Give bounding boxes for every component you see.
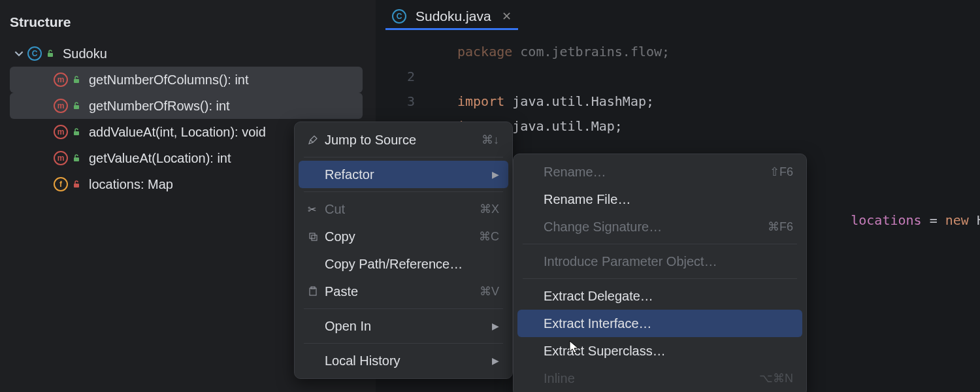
tree-root-class[interactable]: C Sudoku — [0, 41, 376, 67]
menu-separator — [304, 343, 503, 344]
code-line[interactable]: import java.util.HashMap; — [457, 89, 670, 114]
svg-rect-1 — [74, 79, 79, 83]
svg-rect-6 — [310, 233, 315, 238]
menu-item-change-signature: Change Signature…⌘F6 — [517, 213, 802, 240]
chevron-down-icon[interactable] — [14, 49, 27, 58]
menu-item-inline: Inline⌥⌘N — [517, 365, 802, 392]
menu-item-label: Refactor — [325, 167, 492, 182]
menu-item-label: Paste — [325, 284, 480, 299]
editor-tab[interactable]: C Sudoku.java ✕ — [385, 5, 518, 30]
keyboard-shortcut: ⌘X — [480, 202, 499, 216]
keyboard-shortcut: ⇧F6 — [770, 165, 793, 179]
method-icon: m — [54, 125, 68, 139]
menu-item-extract-delegate[interactable]: Extract Delegate… — [517, 282, 802, 310]
context-menu: Jump to Source⌘↓Refactor▶✂Cut⌘XCopy⌘CCop… — [294, 122, 513, 379]
code-line[interactable] — [457, 64, 670, 89]
svg-rect-8 — [310, 288, 316, 295]
keyboard-shortcut: ⌘C — [479, 229, 499, 244]
public-icon — [71, 152, 82, 164]
public-icon — [71, 100, 82, 112]
menu-item-label: Introduce Parameter Object… — [544, 254, 793, 269]
method-icon: m — [54, 151, 68, 165]
svg-rect-2 — [74, 105, 79, 109]
public-icon — [71, 126, 82, 138]
line-number — [376, 39, 454, 64]
method-icon: m — [54, 73, 68, 87]
menu-item-rename: Rename…⇧F6 — [517, 158, 802, 186]
tree-root-label: Sudoku — [63, 46, 107, 61]
pencil-icon — [308, 135, 325, 145]
menu-item-extract-superclass[interactable]: Extract Superclass… — [517, 337, 802, 365]
menu-item-label: Extract Superclass… — [544, 344, 793, 359]
tree-item-label: locations: Map — [89, 177, 173, 192]
code-line[interactable]: package com.jetbrains.flow; — [457, 39, 670, 64]
tree-item-label: getValueAt(Location): int — [89, 151, 231, 166]
keyboard-shortcut: ⌘↓ — [482, 133, 499, 147]
menu-item-refactor[interactable]: Refactor▶ — [299, 161, 508, 188]
keyboard-shortcut: ⌘V — [480, 284, 499, 299]
menu-item-label: Rename File… — [544, 192, 793, 207]
menu-item-paste[interactable]: Paste⌘V — [299, 278, 508, 305]
menu-item-copy[interactable]: Copy⌘C — [299, 223, 508, 250]
menu-item-label: Copy Path/Reference… — [325, 257, 499, 272]
menu-item-label: Extract Delegate… — [544, 289, 793, 304]
menu-item-label: Copy — [325, 229, 479, 244]
code-fragment[interactable]: locations = new HashM — [804, 183, 980, 257]
public-icon — [44, 48, 56, 59]
keyboard-shortcut: ⌥⌘N — [759, 371, 793, 385]
menu-separator — [523, 244, 797, 244]
refactor-submenu: Rename…⇧F6Rename File…Change Signature…⌘… — [513, 154, 807, 392]
line-number: 3 — [376, 89, 454, 114]
svg-rect-5 — [74, 184, 79, 188]
menu-item-introduce-parameter-object: Introduce Parameter Object… — [517, 248, 802, 275]
menu-separator — [304, 191, 503, 192]
menu-item-jump-to-source[interactable]: Jump to Source⌘↓ — [299, 126, 508, 154]
menu-item-open-in[interactable]: Open In▶ — [299, 312, 508, 340]
menu-separator — [523, 278, 797, 279]
menu-item-label: Inline — [544, 371, 759, 386]
panel-title: Structure — [0, 0, 376, 38]
tree-item[interactable]: mgetNumberOfRows(): int — [10, 93, 363, 119]
line-number: 2 — [376, 64, 454, 89]
menu-separator — [304, 157, 503, 157]
copy-icon — [308, 231, 325, 242]
class-icon: C — [392, 9, 406, 24]
chevron-right-icon: ▶ — [492, 355, 499, 366]
chevron-right-icon: ▶ — [492, 321, 499, 331]
private-icon — [71, 178, 82, 190]
svg-rect-7 — [312, 235, 317, 240]
code-variable: locations — [851, 212, 921, 228]
menu-item-label: Open In — [325, 319, 492, 334]
menu-item-label: Cut — [325, 202, 480, 217]
tab-label: Sudoku.java — [416, 8, 491, 24]
menu-item-copy-path-reference[interactable]: Copy Path/Reference… — [299, 250, 508, 278]
svg-rect-3 — [74, 131, 79, 135]
menu-item-rename-file[interactable]: Rename File… — [517, 186, 802, 213]
tree-item[interactable]: mgetNumberOfColumns(): int — [10, 67, 363, 93]
menu-item-label: Jump to Source — [325, 133, 482, 148]
class-icon: C — [27, 46, 42, 61]
menu-separator — [304, 308, 503, 309]
menu-item-extract-interface[interactable]: Extract Interface… — [517, 310, 802, 337]
svg-rect-4 — [74, 157, 79, 161]
chevron-right-icon: ▶ — [492, 169, 499, 180]
public-icon — [71, 74, 82, 86]
menu-item-label: Change Signature… — [544, 220, 768, 235]
clipboard-icon — [308, 286, 325, 297]
menu-item-label: Extract Interface… — [544, 316, 793, 331]
menu-item-label: Local History — [325, 353, 492, 368]
svg-rect-0 — [48, 53, 53, 57]
keyboard-shortcut: ⌘F6 — [768, 220, 793, 234]
tree-item-label: getNumberOfColumns(): int — [89, 73, 249, 88]
method-icon: m — [54, 99, 68, 113]
menu-item-label: Rename… — [544, 165, 770, 180]
scissors-icon: ✂ — [308, 203, 325, 216]
editor-tabbar: C Sudoku.java ✕ — [376, 0, 980, 34]
close-icon[interactable]: ✕ — [502, 9, 512, 24]
tree-item-label: addValueAt(int, Location): void — [89, 125, 266, 140]
menu-item-cut: ✂Cut⌘X — [299, 195, 508, 223]
field-icon: f — [54, 177, 68, 191]
menu-item-local-history[interactable]: Local History▶ — [299, 347, 508, 374]
tree-item-label: getNumberOfRows(): int — [89, 99, 230, 114]
